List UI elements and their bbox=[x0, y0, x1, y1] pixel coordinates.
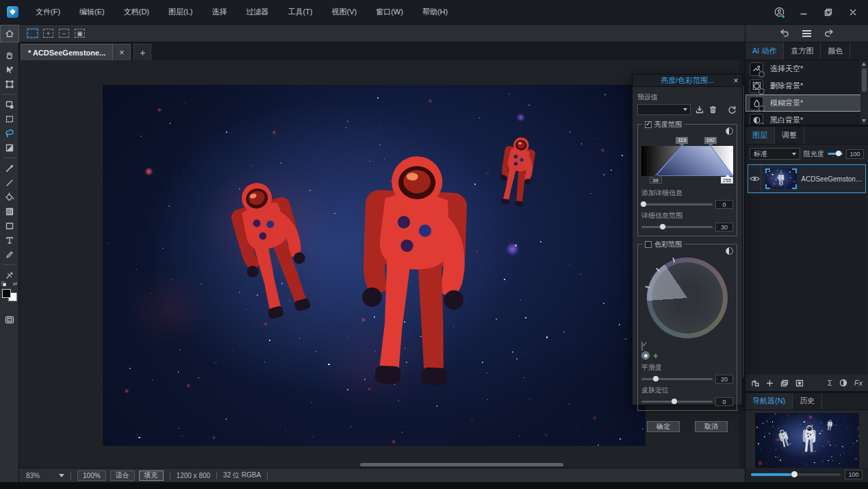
menu-document[interactable]: 文档(D) bbox=[116, 4, 157, 20]
swap-colors-icon[interactable]: ⇄ bbox=[13, 281, 18, 287]
subtract-selection-mode[interactable]: − bbox=[59, 29, 69, 38]
layer-visibility-toggle[interactable] bbox=[748, 165, 761, 192]
panel-menu-icon[interactable] bbox=[802, 30, 811, 37]
preset-select[interactable] bbox=[637, 104, 691, 115]
duplicate-layer-icon[interactable] bbox=[780, 379, 789, 387]
opacity-slider[interactable] bbox=[828, 153, 843, 155]
eyedropper-sample-button[interactable] bbox=[641, 351, 650, 360]
paint-bucket-tool[interactable] bbox=[1, 190, 18, 204]
menu-edit[interactable]: 编辑(E) bbox=[72, 4, 112, 20]
text-tool[interactable] bbox=[1, 233, 18, 247]
dialog-title-bar[interactable]: 亮度/色彩范围... × bbox=[633, 75, 742, 87]
tab-adjustments[interactable]: 调整 bbox=[775, 127, 804, 144]
detail-range-slider[interactable] bbox=[641, 226, 713, 228]
navigator-zoom-value[interactable]: 100 bbox=[845, 470, 863, 479]
tab-histogram[interactable]: 直方图 bbox=[784, 42, 821, 60]
screen-mode-button[interactable] bbox=[1, 312, 18, 327]
smoothness-slider[interactable] bbox=[641, 378, 713, 380]
skin-anchor-value[interactable]: 0 bbox=[715, 397, 733, 406]
marker-255[interactable]: 255 bbox=[721, 177, 733, 184]
menu-layer[interactable]: 图层(L) bbox=[161, 4, 200, 20]
adjustment-icon[interactable] bbox=[839, 379, 847, 387]
marker-113[interactable]: 113 bbox=[676, 137, 688, 144]
luminance-picker-icon[interactable] bbox=[726, 127, 733, 135]
color-swatches[interactable]: ⇄ bbox=[2, 285, 17, 301]
opacity-value[interactable]: 100 bbox=[846, 149, 864, 159]
reset-icon[interactable] bbox=[727, 105, 737, 115]
ai-action-select-sky[interactable]: 选择天空* bbox=[745, 60, 868, 77]
flatten-icon[interactable]: Σ bbox=[828, 379, 832, 387]
menu-select[interactable]: 选择 bbox=[204, 4, 234, 20]
image-canvas[interactable] bbox=[103, 85, 646, 446]
undo-icon[interactable] bbox=[779, 28, 790, 39]
skin-anchor-slider[interactable] bbox=[641, 401, 713, 403]
tab-layers[interactable]: 图层 bbox=[745, 127, 775, 144]
intersect-selection-mode[interactable]: ▣ bbox=[75, 29, 85, 38]
ai-action-remove-background[interactable]: 删除背景* bbox=[745, 77, 868, 95]
shape-tool[interactable] bbox=[1, 218, 18, 233]
restore-button[interactable] bbox=[823, 7, 834, 18]
pattern-tool[interactable] bbox=[1, 204, 18, 218]
tab-navigator[interactable]: 导航器(N) bbox=[745, 393, 793, 410]
clip-layer-icon[interactable] bbox=[751, 379, 759, 387]
repair-brush-tool[interactable] bbox=[1, 268, 18, 282]
fill-button[interactable]: 填充 bbox=[139, 471, 164, 481]
menu-filter[interactable]: 过滤器 bbox=[238, 4, 276, 20]
add-detail-value[interactable]: 0 bbox=[715, 200, 733, 209]
ai-list-scrollbar[interactable] bbox=[860, 60, 868, 125]
zoom-100-button[interactable]: 100% bbox=[77, 471, 106, 481]
menu-view[interactable]: 视图(V) bbox=[324, 4, 365, 20]
transform-tool[interactable] bbox=[1, 77, 18, 91]
navigator-zoom-slider[interactable] bbox=[751, 473, 841, 476]
selection-adjust-tool[interactable] bbox=[1, 97, 18, 112]
pencil-tool[interactable] bbox=[1, 247, 18, 262]
fit-button[interactable]: 适合 bbox=[110, 471, 135, 481]
close-tab-button[interactable]: × bbox=[113, 44, 131, 60]
ok-button[interactable]: 确定 bbox=[647, 421, 680, 432]
detail-range-value[interactable]: 30 bbox=[715, 223, 733, 231]
home-button[interactable] bbox=[0, 25, 19, 42]
marker-192[interactable]: 192 bbox=[704, 137, 717, 144]
redo-icon[interactable] bbox=[824, 28, 834, 39]
add-selection-mode[interactable]: + bbox=[43, 29, 53, 38]
color-picker-icon[interactable] bbox=[726, 247, 733, 255]
add-detail-slider[interactable] bbox=[641, 203, 713, 205]
add-layer-icon[interactable] bbox=[766, 379, 774, 387]
tab-history[interactable]: 历史 bbox=[793, 393, 822, 410]
menu-window[interactable]: 窗口(W) bbox=[368, 4, 411, 20]
effects-icon[interactable]: Fx bbox=[854, 379, 863, 387]
save-preset-icon[interactable] bbox=[694, 105, 704, 115]
marker-39[interactable]: 39 bbox=[650, 177, 662, 184]
horizontal-scrollbar[interactable] bbox=[360, 463, 563, 466]
foreground-color[interactable] bbox=[2, 289, 11, 298]
new-tab-button[interactable]: + bbox=[133, 44, 151, 60]
blend-mode-select[interactable]: 标准 bbox=[750, 148, 800, 160]
color-range-checkbox[interactable] bbox=[645, 241, 652, 248]
smoothness-value[interactable]: 20 bbox=[715, 375, 733, 384]
new-selection-mode[interactable] bbox=[27, 29, 38, 38]
tab-ai-actions[interactable]: AI 动作 bbox=[745, 42, 784, 60]
eyedropper-tool[interactable] bbox=[1, 161, 18, 175]
luminance-gradient-bar[interactable] bbox=[641, 146, 733, 176]
luminance-range-checkbox[interactable] bbox=[645, 121, 652, 128]
add-sample-icon[interactable]: + bbox=[653, 351, 659, 360]
menu-help[interactable]: 帮助(H) bbox=[415, 4, 455, 20]
menu-tools[interactable]: 工具(T) bbox=[280, 4, 320, 20]
zoom-dropdown-icon[interactable] bbox=[59, 474, 64, 477]
cancel-button[interactable]: 取消 bbox=[695, 421, 728, 432]
line-tool[interactable] bbox=[1, 175, 18, 190]
dialog-close-button[interactable]: × bbox=[730, 76, 742, 86]
tab-color[interactable]: 颜色 bbox=[821, 42, 850, 60]
lasso-tool[interactable] bbox=[1, 126, 18, 140]
wheel-option-checkbox[interactable] bbox=[641, 342, 643, 351]
hand-tool[interactable] bbox=[1, 48, 18, 62]
layer-mask-icon[interactable] bbox=[795, 379, 804, 387]
marquee-tool[interactable] bbox=[1, 112, 18, 126]
layer-row[interactable]: ACDSeeGemstone15-PD-I... bbox=[748, 164, 866, 193]
ai-action-blur-background[interactable]: 模糊背景* bbox=[745, 95, 868, 112]
account-icon[interactable] bbox=[774, 7, 784, 18]
pick-tool[interactable] bbox=[1, 62, 18, 77]
color-wheel[interactable] bbox=[644, 256, 730, 341]
document-tab[interactable]: * ACDSeeGemstone... bbox=[21, 44, 113, 60]
minimize-button[interactable] bbox=[798, 7, 809, 18]
